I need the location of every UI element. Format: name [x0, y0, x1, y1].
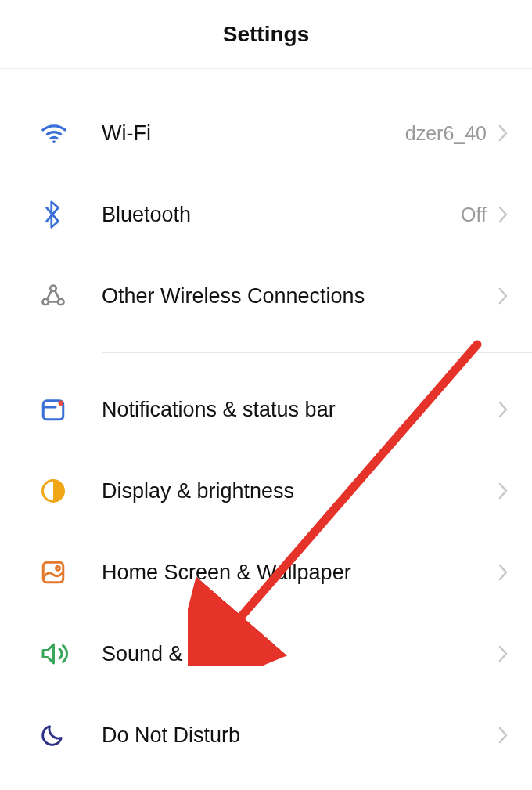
item-home-screen[interactable]: Home Screen & Wallpaper	[0, 532, 532, 613]
chevron-right-icon	[498, 206, 509, 223]
brightness-icon	[39, 477, 102, 505]
settings-list: Wi-Fi dzer6_40 Bluetooth Off Other Wi	[0, 69, 532, 776]
svg-point-0	[52, 140, 56, 143]
sound-icon	[39, 640, 102, 668]
moon-icon	[39, 722, 102, 749]
item-label: Sound & vibration	[102, 642, 498, 666]
wifi-icon	[39, 118, 102, 148]
chevron-right-icon	[498, 645, 509, 662]
bluetooth-icon	[39, 199, 102, 230]
chevron-right-icon	[498, 727, 509, 744]
chevron-right-icon	[498, 482, 509, 500]
item-wifi[interactable]: Wi-Fi dzer6_40	[0, 92, 532, 174]
header: Settings	[0, 0, 532, 69]
item-label: Other Wireless Connections	[102, 284, 498, 308]
chevron-right-icon	[498, 401, 509, 418]
item-bluetooth[interactable]: Bluetooth Off	[0, 174, 532, 255]
item-label: Bluetooth	[102, 203, 461, 227]
divider	[102, 352, 532, 353]
chevron-right-icon	[498, 564, 509, 581]
item-label: Home Screen & Wallpaper	[102, 561, 498, 585]
item-label: Display & brightness	[102, 479, 498, 503]
chevron-right-icon	[498, 124, 509, 142]
item-value: dzer6_40	[405, 122, 487, 145]
item-display[interactable]: Display & brightness	[0, 450, 532, 532]
chevron-right-icon	[498, 287, 509, 305]
item-dnd[interactable]: Do Not Disturb	[0, 694, 532, 776]
item-label: Wi-Fi	[102, 121, 405, 146]
item-value: Off	[461, 204, 487, 226]
svg-point-9	[56, 566, 60, 570]
item-label: Notifications & status bar	[102, 398, 498, 422]
item-other-wireless[interactable]: Other Wireless Connections	[0, 255, 532, 337]
notifications-icon	[39, 395, 102, 424]
page-title: Settings	[223, 22, 309, 47]
wallpaper-icon	[39, 558, 102, 586]
item-notifications[interactable]: Notifications & status bar	[0, 369, 532, 450]
svg-rect-8	[43, 562, 63, 583]
item-sound[interactable]: Sound & vibration	[0, 613, 532, 694]
item-label: Do Not Disturb	[102, 723, 498, 748]
network-share-icon	[39, 282, 102, 310]
svg-point-6	[58, 400, 63, 406]
